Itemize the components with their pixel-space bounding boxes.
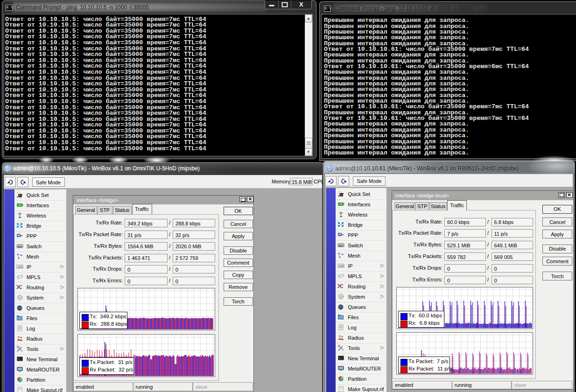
svg-text:>_: >_: [18, 357, 21, 360]
svg-text:255: 255: [339, 265, 344, 267]
svg-text:255: 255: [18, 266, 23, 268]
svg-text:>_: >_: [339, 357, 343, 359]
